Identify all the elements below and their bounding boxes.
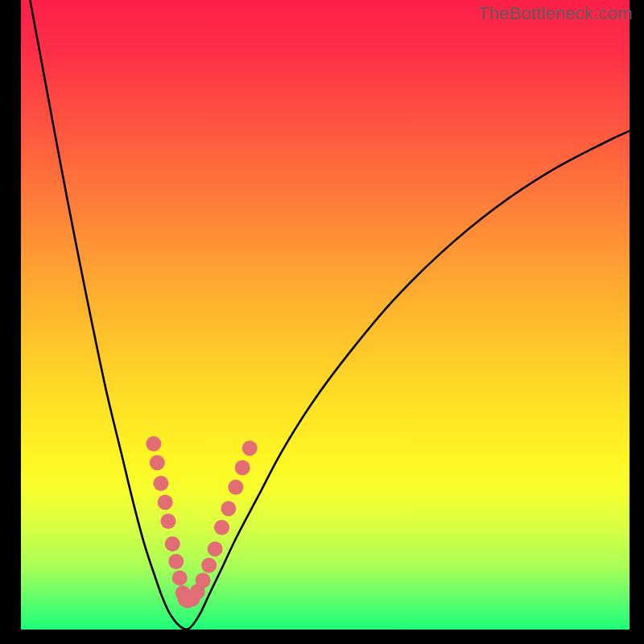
data-marker bbox=[172, 570, 188, 585]
data-marker bbox=[208, 541, 223, 556]
data-marker bbox=[168, 554, 184, 569]
data-marker bbox=[235, 460, 250, 476]
marker-group bbox=[146, 436, 257, 609]
data-marker bbox=[221, 501, 236, 516]
chart-svg bbox=[21, 0, 630, 630]
data-marker bbox=[165, 536, 180, 551]
data-marker bbox=[158, 495, 173, 510]
data-marker bbox=[150, 455, 165, 470]
data-marker bbox=[196, 573, 211, 588]
data-marker bbox=[214, 520, 229, 535]
chart-stage: TheBottleneck.com bbox=[0, 0, 644, 644]
right-curve bbox=[186, 131, 630, 630]
chart-plot-area bbox=[21, 0, 630, 630]
data-marker bbox=[228, 480, 243, 495]
watermark-text: TheBottleneck.com bbox=[478, 3, 633, 24]
data-marker bbox=[242, 440, 258, 456]
data-marker bbox=[146, 436, 161, 452]
left-curve bbox=[30, 0, 186, 630]
data-marker bbox=[153, 476, 168, 491]
data-marker bbox=[201, 558, 217, 573]
data-marker bbox=[160, 514, 175, 529]
